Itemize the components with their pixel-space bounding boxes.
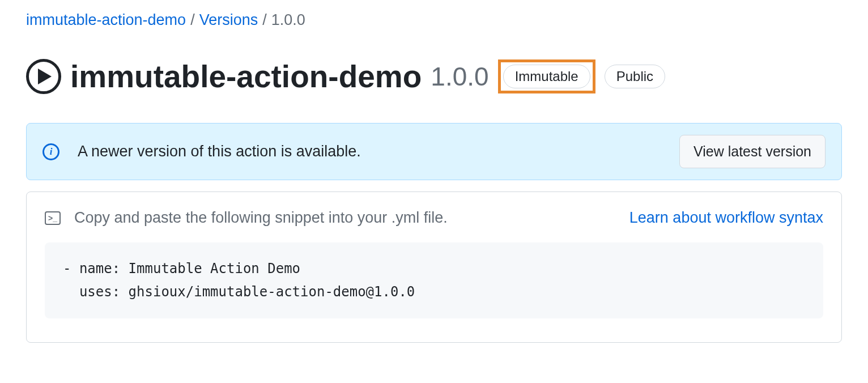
snippet-box: >_ Copy and paste the following snippet … bbox=[26, 191, 842, 343]
version-label: 1.0.0 bbox=[431, 61, 488, 92]
banner-message: A newer version of this action is availa… bbox=[78, 143, 361, 160]
breadcrumb-current: 1.0.0 bbox=[271, 11, 305, 29]
snippet-header: >_ Copy and paste the following snippet … bbox=[45, 209, 823, 227]
learn-workflow-syntax-link[interactable]: Learn about workflow syntax bbox=[629, 209, 823, 227]
public-badge: Public bbox=[605, 65, 665, 88]
breadcrumb-separator: / bbox=[190, 11, 195, 29]
snippet-header-left: >_ Copy and paste the following snippet … bbox=[45, 209, 448, 227]
info-icon: i bbox=[42, 143, 59, 160]
code-snippet[interactable]: - name: Immutable Action Demo uses: ghsi… bbox=[45, 242, 823, 318]
breadcrumb-separator: / bbox=[262, 11, 267, 29]
page-title: immutable-action-demo bbox=[70, 58, 422, 95]
snippet-instruction: Copy and paste the following snippet int… bbox=[74, 209, 448, 227]
page-title-row: immutable-action-demo 1.0.0 Immutable Pu… bbox=[26, 58, 842, 95]
banner-left: i A newer version of this action is avai… bbox=[42, 143, 361, 160]
immutable-badge: Immutable bbox=[503, 65, 590, 88]
breadcrumb-versions-link[interactable]: Versions bbox=[199, 11, 258, 29]
newer-version-banner: i A newer version of this action is avai… bbox=[26, 123, 842, 180]
view-latest-version-button[interactable]: View latest version bbox=[679, 135, 826, 168]
play-circle-icon bbox=[26, 59, 61, 94]
breadcrumb-repo-link[interactable]: immutable-action-demo bbox=[26, 11, 186, 29]
immutable-badge-highlight: Immutable bbox=[498, 59, 595, 93]
svg-marker-0 bbox=[38, 69, 52, 84]
terminal-icon: >_ bbox=[45, 211, 61, 225]
breadcrumb: immutable-action-demo / Versions / 1.0.0 bbox=[26, 0, 842, 29]
